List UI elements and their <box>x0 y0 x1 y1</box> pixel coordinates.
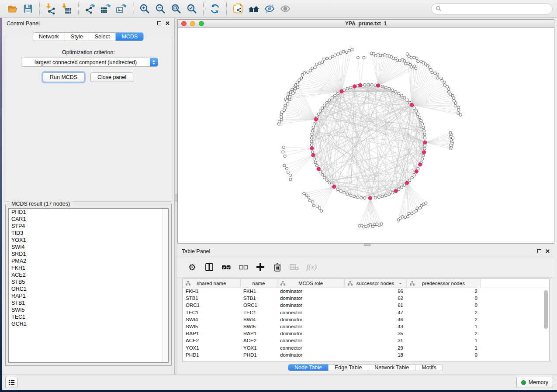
memory-button[interactable]: Memory <box>516 377 553 388</box>
delete-columns-icon[interactable] <box>270 260 284 274</box>
table-cell[interactable]: YOX1 <box>183 344 240 351</box>
float-panel-icon[interactable] <box>537 249 541 253</box>
table-cell[interactable]: 47 <box>344 309 406 316</box>
scrollbar-thumb[interactable] <box>544 290 548 329</box>
table-cell[interactable]: 31 <box>344 337 406 344</box>
mcds-result-item[interactable]: STB1 <box>9 299 168 306</box>
table-row[interactable]: STB1STB1dominator620 <box>183 295 549 302</box>
table-cell[interactable]: 18 <box>344 351 406 358</box>
hide-selected-nodes-and-edges-icon[interactable] <box>262 2 277 16</box>
table-cell[interactable]: TEC1 <box>240 309 277 316</box>
table-cell[interactable]: 0 <box>406 295 481 302</box>
mcds-result-item[interactable]: GCR1 <box>9 320 168 327</box>
column-header[interactable]: name <box>240 279 277 288</box>
import-table-from-file-icon[interactable] <box>59 2 75 16</box>
tab-style[interactable]: Style <box>65 33 89 41</box>
list-scrollbar[interactable] <box>163 209 168 362</box>
table-row[interactable]: TEC1TEC1connector472 <box>183 309 549 316</box>
table-cell[interactable]: FKH1 <box>240 288 277 295</box>
zoom-in-icon[interactable] <box>137 2 152 16</box>
table-cell[interactable]: 2 <box>406 330 481 337</box>
mcds-result-list[interactable]: PHD1CAR1STP4TID3YOX1SWI4SRD1PMA2FKH1ACE2… <box>8 208 169 363</box>
table-cell[interactable]: ORC1 <box>183 302 240 309</box>
close-panel-icon[interactable]: ✕ <box>165 21 170 25</box>
new-network-from-selection-icon[interactable] <box>230 2 246 16</box>
mcds-result-item[interactable]: FKH1 <box>9 265 168 272</box>
column-header[interactable]: predecessor nodes <box>406 279 481 288</box>
export-network-icon[interactable] <box>82 2 98 16</box>
mcds-result-item[interactable]: STB5 <box>9 279 168 285</box>
table-cell[interactable]: 1 <box>406 323 481 330</box>
table-cell[interactable]: SWI4 <box>240 316 277 323</box>
table-cell[interactable]: dominator <box>277 330 344 337</box>
tab-select[interactable]: Select <box>89 33 116 41</box>
select-all-rows-icon[interactable] <box>219 260 233 274</box>
mcds-result-item[interactable]: PHD1 <box>9 209 168 216</box>
table-cell[interactable]: 29 <box>344 344 406 351</box>
mcds-result-item[interactable]: SWI5 <box>9 306 168 313</box>
column-header[interactable]: successor nodes⌄ <box>344 279 406 288</box>
table-cell[interactable]: 35 <box>344 330 406 337</box>
table-row[interactable]: FKH1FKH1dominator962 <box>183 288 549 295</box>
mcds-result-item[interactable]: SWI4 <box>9 244 168 251</box>
table-cell[interactable]: SWI5 <box>240 323 277 330</box>
table-cell[interactable]: 2 <box>406 288 481 295</box>
table-cell[interactable]: connector <box>277 309 344 316</box>
table-scrollbar[interactable] <box>543 289 549 361</box>
table-row[interactable]: YOX1YOX1connector291 <box>183 344 549 351</box>
deselect-all-rows-icon[interactable] <box>236 260 250 274</box>
tab-node-table[interactable]: Node Table <box>288 364 328 371</box>
table-cell[interactable]: dominator <box>277 288 344 295</box>
search-input[interactable] <box>444 6 548 12</box>
table-row[interactable]: SWI5SWI5connector431 <box>183 323 549 330</box>
table-cell[interactable]: dominator <box>277 295 344 302</box>
zoom-fit-content-icon[interactable] <box>168 2 184 16</box>
show-all-nodes-and-edges-icon[interactable] <box>277 2 293 16</box>
tab-edge-table[interactable]: Edge Table <box>328 364 368 371</box>
table-cell[interactable]: dominator <box>277 302 344 309</box>
mcds-result-item[interactable]: YOX1 <box>9 237 168 244</box>
table-cell[interactable]: STB1 <box>240 295 277 302</box>
save-session-icon[interactable] <box>20 2 36 16</box>
table-cell[interactable]: TEC1 <box>183 309 240 316</box>
table-cell[interactable]: SWI4 <box>183 316 240 323</box>
table-cell[interactable]: PHD1 <box>183 351 240 358</box>
mcds-result-item[interactable]: SRD1 <box>9 251 168 258</box>
table-cell[interactable]: 2 <box>406 309 481 316</box>
column-header[interactable]: shared name <box>183 279 240 288</box>
mcds-result-item[interactable]: STP4 <box>9 223 168 230</box>
table-cell[interactable]: dominator <box>277 351 344 358</box>
table-cell[interactable]: connector <box>277 344 344 351</box>
zoom-selected-region-icon[interactable] <box>184 2 200 16</box>
table-cell[interactable]: ORC1 <box>240 302 277 309</box>
tab-network[interactable]: Network <box>33 33 65 41</box>
table-cell[interactable]: ACE2 <box>183 337 240 344</box>
table-cell[interactable]: FKH1 <box>183 288 240 295</box>
open-file-icon[interactable] <box>4 2 20 16</box>
first-neighbors-of-selected-nodes-icon[interactable] <box>246 2 262 16</box>
run-mcds-button[interactable]: Run MCDS <box>43 72 84 82</box>
mcds-result-item[interactable]: RAP1 <box>9 292 168 299</box>
table-row[interactable]: ACE2ACE2connector311 <box>183 337 549 344</box>
table-row[interactable]: SWI4SWI4dominator462 <box>183 316 549 323</box>
table-cell[interactable]: 1 <box>406 344 481 351</box>
table-cell[interactable]: dominator <box>277 316 344 323</box>
table-cell[interactable]: ACE2 <box>240 337 277 344</box>
table-row[interactable]: RAP1RAP1dominator352 <box>183 330 549 337</box>
network-graph-canvas[interactable] <box>178 28 554 243</box>
mcds-result-item[interactable]: PMA2 <box>9 258 168 265</box>
tab-network-table[interactable]: Network Table <box>368 364 415 371</box>
split-columns-icon[interactable] <box>202 260 216 274</box>
table-cell[interactable]: 61 <box>344 302 406 309</box>
table-cell[interactable]: 43 <box>344 323 406 330</box>
tab-motifs[interactable]: Motifs <box>415 364 442 371</box>
show-panels-list-button[interactable] <box>5 377 17 388</box>
mcds-result-item[interactable]: TEC1 <box>9 313 168 320</box>
create-new-column-icon[interactable] <box>253 260 267 274</box>
zoom-out-icon[interactable] <box>152 2 168 16</box>
table-cell[interactable]: YOX1 <box>240 344 277 351</box>
close-panel-icon[interactable]: ✕ <box>545 249 550 253</box>
table-cell[interactable]: 46 <box>344 316 406 323</box>
mcds-result-item[interactable]: TID3 <box>9 230 168 237</box>
mcds-result-item[interactable]: ORC1 <box>9 285 168 292</box>
